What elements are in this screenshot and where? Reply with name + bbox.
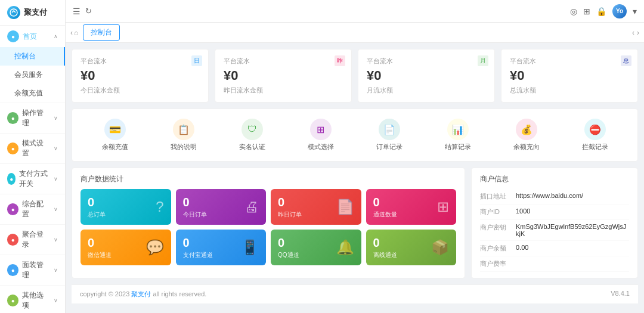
tile-wechat-left: 0 微信通道 — [88, 236, 112, 259]
stat-card-month: 平台流水 月 ¥0 月流水额 — [358, 49, 495, 103]
qa-intercept-label: 拦截记录 — [582, 142, 608, 151]
content-area: 平台流水 日 ¥0 今日流水金额 平台流水 昨 ¥0 昨日流水金额 平台流水 月 — [66, 43, 644, 313]
lock-icon[interactable]: 🔒 — [596, 7, 606, 16]
collapse-icon[interactable]: ☰ — [73, 7, 80, 16]
info-label-id: 商户ID — [480, 207, 516, 216]
sidebar-dot-payment: ● — [7, 173, 16, 185]
stat-card-total-label: 平台流水 总 — [510, 57, 629, 66]
tile-channel-count-left: 0 通道数量 — [373, 196, 397, 219]
qa-mode-label: 模式选择 — [308, 142, 334, 151]
qa-instructions-icon: 📋 — [173, 119, 194, 140]
qa-recharge-label: 余额充值 — [102, 142, 128, 151]
sidebar: 聚支付 ● 首页 ∧ 控制台 会员服务 余额充值 ● 操作管理 ∨ ● 模式设置… — [0, 0, 66, 313]
info-label-balance: 商户余额 — [480, 244, 516, 253]
sidebar-group-payment-header[interactable]: ● 支付方式开关 ∨ — [0, 164, 65, 194]
chevron-login: ∨ — [54, 237, 58, 243]
tile-wechat: 0 微信通道 💬 — [80, 230, 171, 265]
stat-today-sublabel: 今日流水金额 — [80, 86, 200, 95]
sidebar-group-mode-label: 模式设置 — [22, 138, 50, 159]
stat-today-amount: ¥0 — [80, 68, 200, 83]
qa-intercept[interactable]: ⛔ 拦截记录 — [561, 115, 629, 155]
qa-settlement[interactable]: 📊 结算记录 — [423, 115, 492, 155]
sidebar-group-mode: ● 模式设置 ∨ — [0, 134, 65, 164]
sidebar-group-ops-header[interactable]: ● 操作管理 ∨ — [0, 103, 65, 133]
sidebar-group-other-header[interactable]: ● 其他选项 ∨ — [0, 286, 65, 313]
tile-offline-icon: 📦 — [431, 239, 449, 256]
qa-settlement-icon: 📊 — [447, 119, 469, 140]
info-row-rate: 商户费率 — [480, 256, 629, 272]
sidebar-group-face: ● 面装管理 ∨ — [0, 255, 65, 286]
stat-card-month-label: 平台流水 月 — [367, 57, 486, 66]
sidebar-dot-mode: ● — [7, 142, 18, 154]
stat-card-yesterday-label: 平台流水 昨 — [224, 57, 343, 66]
sidebar-group-login-header[interactable]: ● 聚合登录 ∨ — [0, 225, 65, 255]
tab-next-arrow[interactable]: › — [637, 29, 639, 37]
tab-prev-arrow[interactable]: ‹ — [632, 29, 634, 37]
qa-orders-label: 订单记录 — [376, 142, 402, 151]
qa-balance-icon: 💰 — [516, 119, 537, 140]
qa-verify[interactable]: 🛡 实名认证 — [218, 115, 286, 155]
bottom-section: 商户数据统计 0 总订单 ? 0 今日订单 🖨 — [72, 168, 638, 278]
sidebar-group-other-label: 其他选项 — [22, 290, 50, 311]
footer-version: V8.4.1 — [611, 290, 630, 299]
tile-today-orders-left: 0 今日订单 — [183, 196, 207, 219]
search-icon[interactable]: ◎ — [570, 7, 577, 16]
stat-today-icon: 日 — [191, 55, 202, 66]
stat-yesterday-amount: ¥0 — [224, 68, 343, 83]
chevron-mode: ∨ — [54, 145, 58, 151]
sidebar-group-mode-header[interactable]: ● 模式设置 ∨ — [0, 134, 65, 163]
info-row-id: 商户ID 1000 — [480, 204, 629, 220]
tile-alipay-left: 0 支付宝通道 — [183, 236, 213, 259]
sidebar-dot-login: ● — [7, 234, 18, 246]
merchant-info-title: 商户信息 — [480, 174, 629, 184]
sidebar-item-dashboard[interactable]: 控制台 — [0, 47, 65, 66]
qa-verify-label: 实名认证 — [239, 142, 265, 151]
sidebar-item-member[interactable]: 会员服务 — [0, 66, 65, 84]
app-name: 聚支付 — [24, 7, 47, 18]
fullscreen-icon[interactable]: ⊞ — [583, 7, 590, 16]
qa-balance[interactable]: 💰 余额充向 — [492, 115, 561, 155]
info-value-url: https://www.baidu.com/ — [516, 192, 629, 201]
stat-card-today: 平台流水 日 ¥0 今日流水金额 — [72, 49, 209, 103]
footer-brand-link[interactable]: 聚支付 — [131, 290, 151, 297]
sidebar-group-face-header[interactable]: ● 面装管理 ∨ — [0, 255, 65, 285]
sidebar-group-login-label: 聚合登录 — [22, 230, 50, 250]
qa-mode[interactable]: ⊞ 模式选择 — [286, 115, 355, 155]
info-row-key: 商户密钥 KmSg3WbJEgwlnfB59z62EyGzgWjsJkjK — [480, 220, 629, 241]
info-row-balance: 商户余额 0.00 — [480, 241, 629, 256]
tile-total-orders-icon: ? — [156, 199, 163, 215]
dropdown-icon[interactable]: ▾ — [633, 7, 637, 16]
tile-alipay-icon: 📱 — [241, 239, 259, 256]
tabbar-home-nav[interactable]: ‹ ⌂ — [70, 29, 78, 37]
info-table: 插口地址 https://www.baidu.com/ 商户ID 1000 商户… — [480, 189, 629, 272]
info-value-key: KmSg3WbJEgwlnfB59z62EyGzgWjsJkjK — [516, 223, 629, 237]
qa-recharge-icon: 💳 — [104, 119, 126, 140]
refresh-icon[interactable]: ↻ — [85, 7, 92, 16]
sidebar-group-home-header[interactable]: ● 首页 ∧ — [0, 26, 65, 47]
chevron-other: ∨ — [54, 297, 58, 303]
tab-dashboard-label: 控制台 — [91, 27, 112, 38]
sidebar-group-config-header[interactable]: ● 综合配置 ∨ — [0, 194, 65, 224]
home-tab-icon: ⌂ — [74, 29, 78, 37]
sidebar-item-recharge[interactable]: 余额充值 — [0, 84, 65, 103]
qa-recharge[interactable]: 💳 余额充值 — [80, 115, 149, 155]
qa-orders[interactable]: 📄 订单记录 — [355, 115, 423, 155]
tile-yesterday-orders: 0 昨日订单 📄 — [271, 189, 361, 225]
info-value-id: 1000 — [516, 207, 629, 216]
qa-instructions[interactable]: 📋 我的说明 — [149, 115, 218, 155]
stat-card-yesterday: 平台流水 昨 ¥0 昨日流水金额 — [215, 49, 352, 103]
sidebar-group-config-label: 综合配置 — [22, 199, 50, 219]
tab-dashboard[interactable]: 控制台 — [83, 24, 120, 41]
tile-total-orders: 0 总订单 ? — [80, 189, 171, 225]
avatar[interactable]: Yo — [612, 4, 627, 18]
sidebar-group-config: ● 综合配置 ∨ — [0, 194, 65, 225]
stat-yesterday-sublabel: 昨日流水金额 — [224, 86, 343, 95]
tab-nav-arrows: ‹ › — [632, 29, 639, 37]
chevron-face: ∨ — [54, 267, 58, 273]
quick-actions: 💳 余额充值 📋 我的说明 🛡 实名认证 ⊞ 模式选择 📄 订单记录 📊 — [72, 109, 638, 162]
chevron-home: ∧ — [54, 33, 58, 39]
svg-point-0 — [10, 9, 17, 16]
sidebar-group-home-label: 首页 — [23, 32, 37, 42]
tile-today-orders-icon: 🖨 — [244, 199, 259, 215]
sidebar-dot-home: ● — [7, 30, 19, 42]
